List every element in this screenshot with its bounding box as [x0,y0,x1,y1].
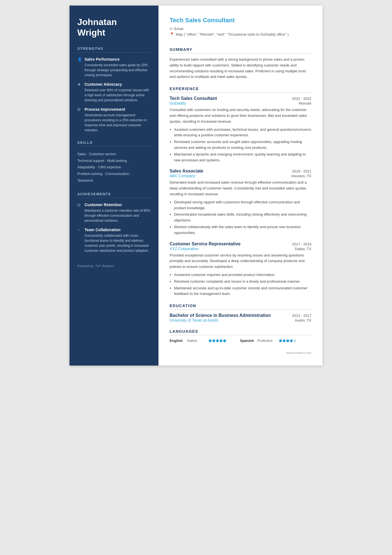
bullet-1-3: Maintained a dynamic and changing enviro… [174,152,311,163]
skills-title: SKILLS [77,140,151,147]
job-title: Tech Sales Consultant [170,17,311,24]
exp-location-3: Dallas, TX [295,247,311,251]
lang-name-spanish: Spanish [240,339,255,343]
sidebar: Johnatan Wright STRENGTHS 👤 Sales Perfor… [70,6,158,366]
powered-by-brand: Enhancv [102,264,114,268]
summary-title: SUMMARY [170,47,311,53]
map-icon: 📍 [170,32,174,36]
process-improvement-icon: ⊟ [77,107,82,112]
edu-dates-1: 2013 - 2017 [292,314,311,318]
dot-1 [209,339,212,342]
strength-title-3: Process Improvement [85,107,125,112]
bullet-1-1: Assisted customers with purchases, techn… [174,127,311,139]
achievement-item-2: ♀ Team Collaboration Successfully collab… [77,228,151,253]
bullet-3-2: Resolved customer complaints and issues … [174,279,311,285]
exp-bullets-3: Answered customer inquiries and provided… [170,272,311,297]
enhancv-logo-icon [95,264,101,268]
bullet-1-2: Reviewed customer accounts and sought sa… [174,139,311,151]
main-footer: www.enhancv.com [170,351,311,354]
skill-row-2: Technical support · Multi-tasking · [77,158,151,164]
sales-performance-icon: 👤 [77,57,82,61]
languages-list: English Native Spanish Proficient [170,339,311,343]
dot-s2 [283,339,286,342]
skill-row-3: Adaptability · CMS expertise · [77,164,151,171]
exp-desc-3: Provided exceptional customer service by… [170,253,311,270]
bullet-3-1: Answered customer inquiries and provided… [174,272,311,278]
language-english: English Native [170,339,226,343]
edu-school-1: University of Texas at Austin [170,318,218,322]
bullet-2-1: Developed strong rapport with customers … [174,199,311,211]
experience-entry-2: Sales Associate 2019 - 2021 ABC Company … [170,169,311,236]
dot-s3 [286,339,289,342]
resume-header: Tech Sales Consultant ✉ Email 📍 Map { "o… [170,17,311,41]
strength-item-2: ★ Customer Advocacy Resolved over 90% of… [77,82,151,103]
bullet-2-3: Worked collaboratively with the sales te… [174,224,311,236]
contact-map: Map { "office": "Remote", "visit": "Occa… [176,32,289,36]
achievement-title-1: Customer Retention [85,203,122,207]
education-title: EDUCATION [170,304,311,310]
exp-bullets-2: Developed strong rapport with customers … [170,199,311,236]
achievement-item-1: ◎ Customer Retention Maintained a custom… [77,203,151,223]
achievements-title: ACHIEVEMENTS [77,192,151,198]
exp-desc-2: Generated leads and increased sales reve… [170,180,311,197]
strengths-title: STRENGTHS [77,46,151,53]
strength-title-2: Customer Advocacy [85,82,122,87]
skill-row-5: Teamwork [77,177,151,184]
strength-item-1: 👤 Sales Performance Consistently exceede… [77,57,151,78]
customer-retention-icon: ◎ [77,203,82,207]
education-section: EDUCATION Bachelor of Science in Busines… [170,304,311,322]
candidate-name: Johnatan Wright [77,17,151,38]
lang-level-spanish: Proficient [257,339,277,343]
exp-company-3: XYZ Corporation [170,246,199,251]
lang-dots-spanish [279,339,296,342]
lang-dots-english [209,339,226,342]
team-collaboration-icon: ♀ [77,228,82,232]
skills-list: Sales · Customer service · Technical sup… [77,151,151,184]
exp-job-title-3: Customer Service Representative [170,241,240,246]
exp-dates-2: 2019 - 2021 [292,169,311,173]
summary-section: SUMMARY Experienced sales consultant wit… [170,47,311,80]
experience-entry-1: Tech Sales Consultant 2022 - 2022 GoDadd… [170,96,311,163]
exp-job-title-2: Sales Associate [170,169,203,174]
skill-row-1: Sales · Customer service · [77,151,151,158]
exp-dates-1: 2022 - 2022 [292,97,311,101]
dot-s4 [290,339,293,342]
achievement-desc-2: Successfully collaborated with cross-fun… [77,233,151,253]
achievement-desc-1: Maintained a customer retention rate of … [77,208,151,223]
experience-title: EXPERIENCE [170,87,311,93]
dot-s1 [279,339,282,342]
dot-3 [216,339,219,342]
exp-location-2: Houston, TX [291,174,311,178]
exp-company-1: GoDaddy [170,101,186,105]
strengths-section: STRENGTHS 👤 Sales Performance Consistent… [77,46,151,133]
exp-company-2: ABC Company [170,174,195,178]
contact-email-row: ✉ Email [170,27,311,31]
contact-map-row: 📍 Map { "office": "Remote", "visit": "Oc… [170,32,311,36]
strength-item-3: ⊟ Process Improvement Streamlined accoun… [77,107,151,133]
summary-text: Experienced sales consultant with a stro… [170,57,311,80]
dot-4 [220,339,222,342]
dot-5 [223,339,226,342]
experience-section: EXPERIENCE Tech Sales Consultant 2022 - … [170,87,311,297]
exp-location-1: Remote [299,101,311,105]
contact-email: Email [174,27,183,31]
exp-dates-3: 2017 - 2019 [292,242,311,246]
strength-desc-1: Consistently exceeded sales goals by 20%… [77,63,151,78]
edu-location-1: Austin, TX [295,318,311,322]
exp-desc-1: Consulted with customers on hosting and … [170,107,311,124]
strength-desc-2: Resolved over 90% of customer issues wit… [77,88,151,103]
customer-advocacy-icon: ★ [77,82,82,87]
lang-name-english: English [170,339,185,343]
strength-desc-3: Streamlined account management procedure… [77,113,151,133]
exp-job-title-1: Tech Sales Consultant [170,96,217,101]
edu-degree-1: Bachelor of Science in Business Administ… [170,313,271,318]
dot-2 [212,339,215,342]
education-entry-1: Bachelor of Science in Business Administ… [170,313,311,322]
achievements-section: ACHIEVEMENTS ◎ Customer Retention Mainta… [77,192,151,253]
bullet-2-2: Demonstrated exceptional sales skills, i… [174,212,311,223]
dot-s5-empty [294,339,296,342]
powered-by: Powered by Enhancv [77,264,151,268]
achievement-title-2: Team Collaboration [85,228,121,232]
main-content: Tech Sales Consultant ✉ Email 📍 Map { "o… [158,6,322,366]
language-spanish: Spanish Proficient [240,339,296,343]
